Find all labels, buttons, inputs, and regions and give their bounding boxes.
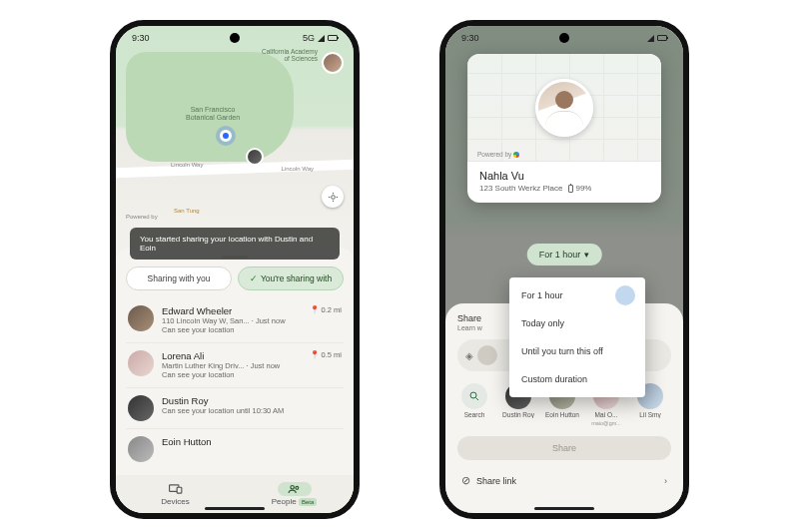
battery-icon	[657, 35, 667, 41]
battery-icon	[568, 185, 573, 193]
menu-item-custom[interactable]: Custom duration	[509, 365, 645, 393]
recipient-chip[interactable]	[477, 345, 497, 365]
avatar	[128, 350, 154, 376]
tab-bar: Sharing with you ✓You're sharing with	[126, 266, 344, 290]
tab-label: Sharing with you	[148, 273, 211, 283]
list-item[interactable]: Edward Wheeler 110 Lincoln Way W, San...…	[126, 298, 344, 343]
road-label-1: Lincoln Way	[171, 162, 203, 168]
map-avatar-person[interactable]	[246, 148, 264, 166]
share-link-label: Share link	[476, 476, 516, 486]
contact-search[interactable]: Search	[457, 383, 491, 426]
road-label-2: Lincoln Way	[282, 166, 314, 172]
people-list: Edward Wheeler 110 Lincoln Way W, San...…	[126, 298, 344, 469]
recenter-button[interactable]	[322, 186, 344, 208]
person-name: Nahla Vu	[479, 170, 649, 182]
mini-map: Powered by	[467, 54, 661, 162]
search-icon	[461, 383, 487, 409]
map-poi-label: California Academy of Sciences	[262, 48, 318, 62]
share-button[interactable]: Share	[457, 436, 671, 460]
map-poi-santung: San Tung	[174, 208, 200, 214]
svg-rect-2	[177, 487, 182, 493]
chevron-down-icon: ▾	[584, 250, 589, 260]
tab-sharing-with-you[interactable]: Sharing with you	[126, 266, 232, 290]
home-indicator[interactable]	[205, 507, 265, 510]
clock: 9:30	[461, 33, 479, 43]
list-item[interactable]: Dustin Roy Can see your location until 1…	[126, 388, 344, 429]
phone-right: 9:30 Powered by Nahla Vu 123 South Werkz…	[439, 20, 689, 519]
person-name: Dustin Roy	[162, 395, 342, 406]
clock: 9:30	[132, 33, 150, 43]
phone-left: 9:30 5G California Academy of Sciences S…	[110, 20, 360, 519]
google-logo-icon	[513, 152, 519, 158]
map-road	[110, 159, 360, 178]
map-park-label: San Francisco Botanical Garden	[186, 106, 240, 121]
avatar	[128, 395, 154, 421]
link-icon: ⊘	[461, 474, 470, 487]
devices-icon	[169, 484, 183, 494]
nav-label: People	[272, 497, 297, 506]
pin-icon: 📍	[310, 305, 320, 314]
battery-icon	[328, 35, 338, 41]
map-avatar-corner[interactable]	[322, 52, 344, 74]
list-item[interactable]: Eoin Hutton	[126, 429, 344, 469]
tag-icon: ◈	[465, 350, 473, 361]
person-name: Edward Wheeler	[162, 305, 302, 316]
signal-icon	[318, 35, 325, 42]
crosshair-icon	[328, 192, 339, 203]
status-bar: 9:30 5G	[116, 30, 354, 46]
map-view[interactable]: California Academy of Sciences San Franc…	[116, 26, 354, 226]
person-address: 123 South Werkz Place	[479, 184, 562, 193]
beta-badge: Beta	[299, 498, 317, 506]
people-icon	[288, 484, 302, 494]
duration-chip-label: For 1 hour	[539, 250, 581, 260]
my-location-dot[interactable]	[220, 130, 232, 142]
person-name: Eoin Hutton	[162, 436, 342, 447]
menu-item-until-off[interactable]: Until you turn this off	[509, 337, 645, 365]
list-item[interactable]: Lorena Ali Martin Luther King Driv... · …	[126, 343, 344, 388]
avatar	[128, 436, 154, 462]
person-avatar-large[interactable]	[535, 79, 593, 137]
person-card[interactable]: Powered by Nahla Vu 123 South Werkz Plac…	[467, 54, 661, 203]
people-sheet[interactable]: Sharing with you ✓You're sharing with Ed…	[116, 248, 354, 513]
tab-youre-sharing-with[interactable]: ✓You're sharing with	[238, 266, 344, 290]
duration-menu: For 1 hour Today only Until you turn thi…	[509, 277, 645, 397]
toast-message: You started sharing your location with D…	[130, 228, 340, 260]
nav-label: Devices	[161, 497, 189, 506]
menu-item-today[interactable]: Today only	[509, 309, 645, 337]
network-label: 5G	[303, 33, 315, 43]
status-bar: 9:30	[445, 30, 683, 46]
duration-chip[interactable]: For 1 hour ▾	[527, 244, 602, 266]
check-icon: ✓	[250, 273, 258, 283]
powered-by-label: Powered by	[477, 151, 519, 158]
share-link-row[interactable]: ⊘Share link ›	[457, 468, 671, 493]
svg-point-4	[295, 486, 298, 489]
avatar	[128, 305, 154, 331]
signal-icon	[647, 35, 654, 42]
home-indicator[interactable]	[534, 507, 594, 510]
svg-point-3	[290, 486, 294, 490]
svg-point-0	[331, 195, 335, 199]
person-name: Lorena Ali	[162, 350, 302, 361]
menu-item-1hour[interactable]: For 1 hour	[509, 281, 645, 309]
battery-percent: 99%	[575, 184, 591, 193]
tab-label: You're sharing with	[261, 273, 332, 283]
pin-icon: 📍	[310, 350, 320, 359]
powered-by-label: Powered by	[126, 214, 158, 220]
chevron-right-icon: ›	[664, 476, 667, 486]
svg-point-5	[470, 392, 476, 398]
